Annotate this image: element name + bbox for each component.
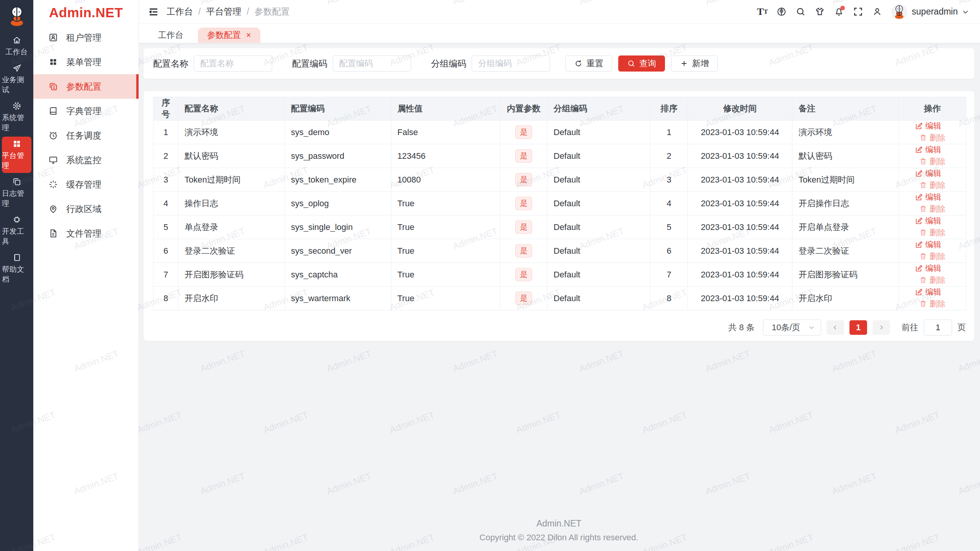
sidebar-item-file-mgmt[interactable]: 文件管理: [33, 221, 139, 246]
delete-button[interactable]: 删除: [919, 204, 946, 214]
cell-modified-time: 2023-01-03 10:59:44: [688, 263, 792, 287]
page-size-value: 10条/页: [772, 322, 800, 333]
footer-app-name: Admin.NET: [144, 518, 974, 529]
cell-builtin: 是: [500, 168, 547, 192]
tab-label: 参数配置: [207, 29, 241, 41]
edit-button[interactable]: 编辑: [915, 287, 941, 297]
table-header-row: 序号 配置名称 配置编码 属性值 内置参数 分组编码 排序 修改时间 备注 操作: [154, 97, 966, 121]
cell-builtin: 是: [500, 144, 547, 168]
primary-nav-rail: 工作台 业务测试 系统管理 平台管理 日志管理: [0, 0, 33, 551]
secondary-sidebar: Admin.NET 租户管理 菜单管理 参数配置 字典管理: [33, 0, 139, 551]
rail-item-log-mgmt[interactable]: 日志管理: [2, 174, 31, 211]
edit-icon: [915, 241, 923, 249]
sidebar-item-dictionary-mgmt[interactable]: 字典管理: [33, 99, 139, 123]
table-row: 1演示环境sys_demoFalse是Default12023-01-03 10…: [154, 121, 966, 144]
pagination-total: 共 8 条: [728, 322, 755, 333]
person-icon[interactable]: [869, 3, 886, 20]
theme-shirt-icon[interactable]: [812, 3, 828, 20]
search-icon[interactable]: [792, 3, 809, 20]
edit-button[interactable]: 编辑: [915, 263, 941, 274]
table-row: 3Token过期时间sys_token_expire10080是Default3…: [154, 168, 966, 192]
delete-button[interactable]: 删除: [919, 156, 946, 167]
col-actions: 操作: [899, 97, 966, 121]
rail-item-dev-tools[interactable]: 开发工具: [2, 212, 31, 249]
breadcrumb-workbench[interactable]: 工作台: [167, 6, 193, 18]
rail-item-business-test[interactable]: 业务测试: [2, 61, 31, 97]
rail-item-workbench[interactable]: 工作台: [2, 33, 31, 59]
goto-page-input[interactable]: [924, 320, 952, 336]
prev-page-button[interactable]: [826, 320, 844, 335]
sidebar-item-tenant-mgmt[interactable]: 租户管理: [33, 25, 139, 50]
cell-config-code: sys_password: [285, 144, 391, 168]
builtin-yes-tag: 是: [515, 268, 532, 281]
rail-item-platform-mgmt[interactable]: 平台管理: [2, 137, 31, 173]
rail-item-help-docs[interactable]: 帮助文档: [2, 250, 31, 287]
bell-icon[interactable]: [831, 3, 848, 20]
sidebar-item-system-monitor[interactable]: 系统监控: [33, 148, 139, 172]
sidebar-item-label: 菜单管理: [66, 56, 101, 68]
rail-item-system-mgmt[interactable]: 系统管理: [2, 99, 31, 135]
edit-button[interactable]: 编辑: [915, 144, 941, 155]
cell-actions: 编辑删除: [899, 239, 966, 263]
tab-workbench[interactable]: 工作台: [154, 28, 187, 43]
reset-button[interactable]: 重置: [565, 55, 612, 72]
delete-button[interactable]: 删除: [919, 132, 946, 143]
fullscreen-icon[interactable]: [850, 3, 867, 20]
user-menu[interactable]: superadmin: [891, 4, 969, 20]
font-size-icon[interactable]: TT: [754, 3, 771, 20]
language-icon[interactable]: [773, 3, 790, 20]
tab-close-icon[interactable]: ×: [246, 30, 251, 40]
edit-button[interactable]: 编辑: [915, 121, 941, 131]
delete-button[interactable]: 删除: [919, 275, 946, 285]
edit-button[interactable]: 编辑: [915, 239, 941, 250]
sidebar-item-menu-mgmt[interactable]: 菜单管理: [33, 50, 139, 74]
builtin-yes-tag: 是: [515, 126, 532, 139]
edit-button[interactable]: 编辑: [915, 192, 941, 202]
delete-button[interactable]: 删除: [919, 227, 946, 238]
sidebar-item-task-schedule[interactable]: 任务调度: [33, 123, 139, 148]
cell-config-name: 演示环境: [178, 121, 285, 144]
config-name-input[interactable]: [194, 55, 272, 72]
sidebar-item-cache-mgmt[interactable]: 缓存管理: [33, 172, 139, 197]
sidebar-item-param-config[interactable]: 参数配置: [33, 74, 139, 99]
col-attr-value: 属性值: [391, 97, 500, 121]
delete-button[interactable]: 删除: [919, 298, 946, 309]
next-page-button[interactable]: [872, 320, 890, 335]
delete-button[interactable]: 删除: [919, 251, 946, 262]
sidebar-fold-icon[interactable]: [147, 5, 160, 19]
trash-icon: [919, 300, 927, 308]
tab-param-config[interactable]: 参数配置 ×: [198, 28, 260, 43]
sidebar-item-label: 文件管理: [66, 228, 101, 240]
app-logo-text: Admin.NET: [33, 0, 139, 25]
footer-copyright: Copyright © 2022 Dilon All rights reserv…: [144, 533, 974, 543]
cell-attr-value: 123456: [391, 144, 500, 168]
breadcrumb-platform[interactable]: 平台管理: [206, 6, 241, 18]
app-logo-mascot[interactable]: [0, 0, 33, 32]
cell-index: 4: [154, 192, 178, 215]
delete-button[interactable]: 删除: [919, 180, 946, 191]
cell-config-code: sys_captcha: [285, 263, 391, 287]
footer: Admin.NET Copyright © 2022 Dilon All rig…: [144, 518, 974, 551]
sidebar-item-label: 参数配置: [66, 81, 101, 93]
page-size-select[interactable]: 10条/页: [763, 320, 821, 336]
chip-icon: [12, 215, 22, 225]
query-button[interactable]: 查询: [618, 55, 665, 72]
edit-button[interactable]: 编辑: [915, 168, 941, 179]
file-icon: [48, 228, 59, 239]
cell-sort: 8: [650, 287, 688, 310]
trash-icon: [919, 276, 927, 284]
home-icon: [12, 35, 22, 45]
cell-group-code: Default: [547, 144, 650, 168]
group-code-input[interactable]: [472, 55, 550, 72]
sidebar-item-admin-region[interactable]: 行政区域: [33, 197, 139, 221]
cell-actions: 编辑删除: [899, 192, 966, 215]
edit-button[interactable]: 编辑: [915, 215, 941, 226]
chevron-left-icon: [832, 324, 839, 331]
table-row: 2默认密码sys_password123456是Default22023-01-…: [154, 144, 966, 168]
sidebar-item-label: 任务调度: [66, 130, 101, 142]
page-number-current[interactable]: 1: [849, 320, 867, 335]
add-button[interactable]: 新增: [671, 55, 718, 72]
cell-attr-value: True: [391, 215, 500, 239]
config-code-input[interactable]: [333, 55, 411, 72]
cell-modified-time: 2023-01-03 10:59:44: [688, 287, 792, 310]
